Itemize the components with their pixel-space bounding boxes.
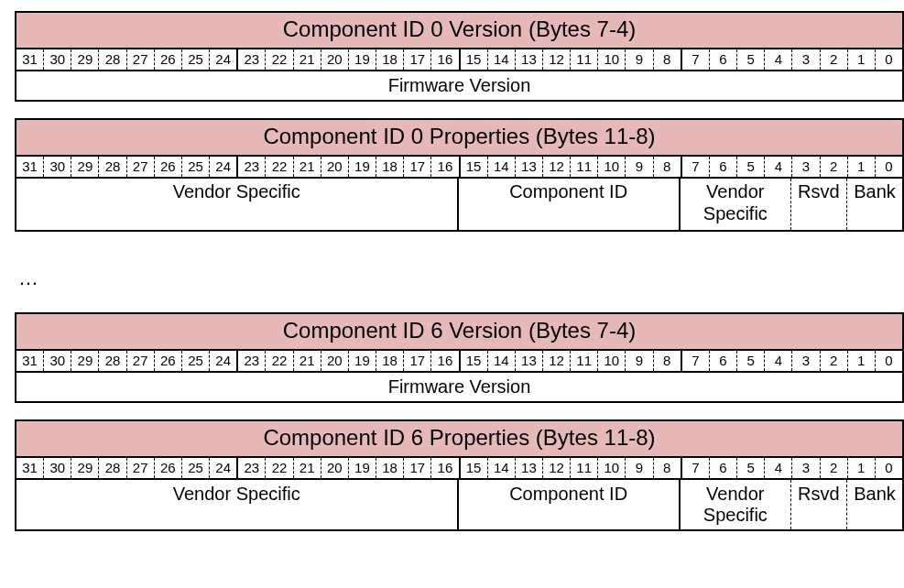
register-block: Component ID 0 Version (Bytes 7-4) 31302… [15, 11, 904, 102]
register-title: Component ID 0 Version (Bytes 7-4) [16, 13, 902, 49]
bit-ruler: 3130292827262524 2322212019181716 151413… [16, 49, 902, 71]
bit-ruler: 3130292827262524 2322212019181716 151413… [16, 157, 902, 179]
field-vendor-specific-low: Vendor Specific [681, 179, 791, 230]
bit-ruler: 3130292827262524 2322212019181716 151413… [16, 458, 902, 480]
field-vendor-specific-low: Vendor Specific [681, 480, 791, 529]
field-bank: Bank [847, 179, 902, 230]
field-vendor-specific: Vendor Specific [16, 480, 459, 529]
ellipsis: … [15, 248, 904, 312]
field-reserved: Rsvd [791, 179, 847, 230]
field-firmware-version: Firmware Version [16, 71, 902, 100]
field-bank: Bank [847, 480, 902, 529]
field-component-id: Component ID [459, 179, 681, 230]
field-row: Vendor Specific Component ID Vendor Spec… [16, 179, 902, 230]
field-component-id: Component ID [459, 480, 681, 529]
register-title: Component ID 0 Properties (Bytes 11-8) [16, 120, 902, 157]
field-vendor-specific: Vendor Specific [16, 179, 459, 230]
field-reserved: Rsvd [791, 480, 847, 529]
register-block: Component ID 6 Version (Bytes 7-4) 31302… [15, 312, 904, 403]
register-title: Component ID 6 Properties (Bytes 11-8) [16, 421, 902, 458]
field-row: Firmware Version [16, 373, 902, 401]
register-title: Component ID 6 Version (Bytes 7-4) [16, 314, 902, 351]
field-row: Vendor Specific Component ID Vendor Spec… [16, 480, 902, 529]
register-block: Component ID 0 Properties (Bytes 11-8) 3… [15, 118, 904, 232]
field-row: Firmware Version [16, 71, 902, 100]
register-block: Component ID 6 Properties (Bytes 11-8) 3… [15, 419, 904, 531]
field-firmware-version: Firmware Version [16, 373, 902, 401]
bit-ruler: 3130292827262524 2322212019181716 151413… [16, 351, 902, 373]
